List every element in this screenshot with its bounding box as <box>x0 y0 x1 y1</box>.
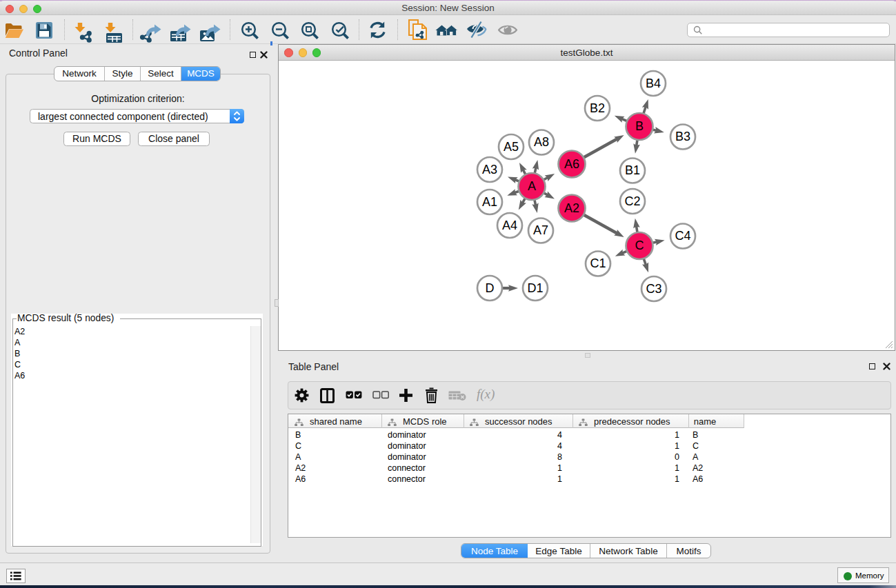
svg-text:A8: A8 <box>534 135 549 149</box>
svg-text:D1: D1 <box>527 281 543 295</box>
svg-text:A1: A1 <box>482 195 497 209</box>
svg-text:B4: B4 <box>646 77 661 90</box>
svg-text:A5: A5 <box>504 140 519 154</box>
svg-text:C: C <box>635 239 644 252</box>
svg-text:C1: C1 <box>590 256 606 270</box>
svg-text:B2: B2 <box>590 101 605 115</box>
svg-text:A7: A7 <box>533 223 548 237</box>
svg-text:C2: C2 <box>624 194 640 208</box>
svg-text:A: A <box>528 179 536 193</box>
svg-text:B3: B3 <box>675 130 690 143</box>
svg-text:A4: A4 <box>502 219 517 232</box>
svg-text:B1: B1 <box>625 163 640 177</box>
svg-text:B: B <box>635 119 644 133</box>
svg-text:C3: C3 <box>646 282 661 296</box>
svg-text:D: D <box>486 281 495 295</box>
svg-text:A2: A2 <box>564 201 579 215</box>
svg-text:A3: A3 <box>482 163 497 176</box>
svg-text:C4: C4 <box>675 229 690 243</box>
svg-text:A6: A6 <box>564 157 579 171</box>
